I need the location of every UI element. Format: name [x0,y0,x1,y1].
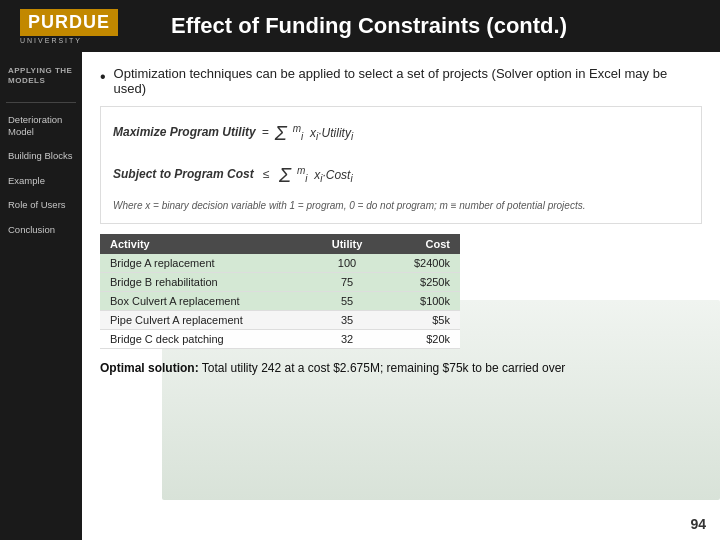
cell-utility: 32 [312,330,382,349]
formula-sigma-1: Σ [275,115,287,151]
cell-activity: Bridge C deck patching [100,330,312,349]
sidebar-item-role-of-users[interactable]: Role of Users [6,195,76,215]
cell-cost: $250k [382,273,460,292]
cell-cost: $2400k [382,254,460,273]
table-header-row: Activity Utility Cost [100,234,460,254]
cell-cost: $5k [382,311,460,330]
formula-where: Where x = binary decision variable with … [113,197,689,215]
content-area: • Optimization techniques can be applied… [82,52,720,540]
optimal-label: Optimal solution: [100,361,199,375]
cell-utility: 55 [312,292,382,311]
table-row: Bridge B rehabilitation75$250k [100,273,460,292]
optimal-text: Total utility 242 at a cost $2.675M; rem… [202,361,566,375]
slide-title: Effect of Funding Constraints (contd.) [38,13,700,39]
activity-table: Activity Utility Cost Bridge A replaceme… [100,234,460,349]
table-row: Box Culvert A replacement55$100k [100,292,460,311]
bullet-point: • Optimization techniques can be applied… [100,66,702,96]
cell-activity: Bridge A replacement [100,254,312,273]
col-header-cost: Cost [382,234,460,254]
cell-utility: 35 [312,311,382,330]
cell-activity: Box Culvert A replacement [100,292,312,311]
table-row: Pipe Culvert A replacement35$5k [100,311,460,330]
formula-line-2: Subject to Program Cost ≤ Σ mi xi·Costi [113,157,689,193]
table-row: Bridge A replacement100$2400k [100,254,460,273]
sidebar-item-deterioration[interactable]: Deterioration Model [6,110,76,143]
cell-utility: 75 [312,273,382,292]
bullet-text: Optimization techniques can be applied t… [114,66,702,96]
sidebar-item-example[interactable]: Example [6,171,76,191]
sidebar-section-applying: APPLYING THE MODELS [6,64,76,91]
sidebar-item-conclusion[interactable]: Conclusion [6,220,76,240]
formula-utility-term: mi xi·Utilityi [293,120,353,146]
content-inner: • Optimization techniques can be applied… [100,66,702,377]
cell-utility: 100 [312,254,382,273]
cell-cost: $100k [382,292,460,311]
cell-cost: $20k [382,330,460,349]
formula-cost-term: mi xi·Costi [297,162,353,188]
page-number: 94 [690,516,706,532]
header: PURDUE UNIVERSITY Effect of Funding Cons… [0,0,720,52]
sidebar: APPLYING THE MODELS Deterioration Model … [0,52,82,540]
sidebar-item-building-blocks[interactable]: Building Blocks [6,146,76,166]
bullet-icon: • [100,66,106,88]
table-row: Bridge C deck patching32$20k [100,330,460,349]
sidebar-divider [6,102,76,103]
sidebar-applying-label: APPLYING THE MODELS [6,64,76,89]
main-layout: APPLYING THE MODELS Deterioration Model … [0,52,720,540]
formula-sigma-2: Σ [279,157,291,193]
col-header-utility: Utility [312,234,382,254]
formula-maximize-label: Maximize Program Utility [113,122,256,144]
cell-activity: Pipe Culvert A replacement [100,311,312,330]
optimal-solution: Optimal solution: Total utility 242 at a… [100,359,702,377]
formula-box: Maximize Program Utility = Σ mi xi·Utili… [100,106,702,224]
cell-activity: Bridge B rehabilitation [100,273,312,292]
formula-subject-label: Subject to Program Cost [113,164,254,186]
formula-line-1: Maximize Program Utility = Σ mi xi·Utili… [113,115,689,151]
col-header-activity: Activity [100,234,312,254]
